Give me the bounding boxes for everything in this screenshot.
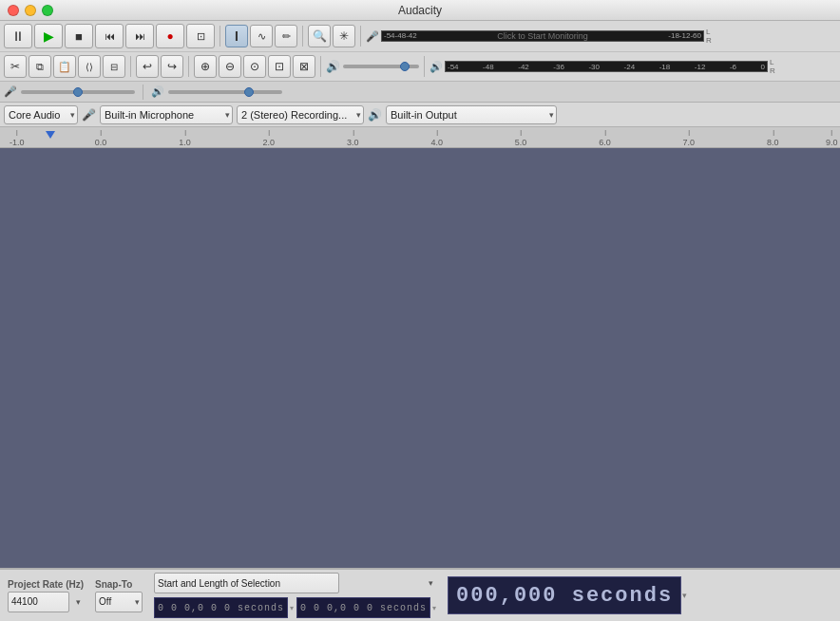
ruler-inner: -1.0 0.0 1.0 2.0 3.0 4.0 5.0 6.0 7.0 8.0… xyxy=(0,127,840,147)
lr-labels-output: L R xyxy=(770,58,775,75)
volume-icon: 🔊 xyxy=(326,60,340,73)
stop-button[interactable]: ■ xyxy=(65,24,93,48)
minimize-button[interactable] xyxy=(25,5,36,16)
big-time-wrapper: 000,000 seconds ▾ xyxy=(448,576,687,614)
time1-value: 0 0 0,0 0 0 seconds xyxy=(154,597,288,618)
track-area[interactable] xyxy=(0,148,840,568)
ruler-mark-3: 3.0 xyxy=(347,138,359,147)
output-select[interactable]: Built-in Output xyxy=(386,105,557,124)
output-volume-slider[interactable] xyxy=(343,65,419,68)
slider-row: 🎤 🔊 xyxy=(0,82,840,103)
ruler-mark-6: 6.0 xyxy=(599,138,611,147)
volume-pan-section: 🔊 xyxy=(326,60,419,73)
mic-volume-icon: 🎤 xyxy=(4,85,17,98)
audio-host-wrapper: Core Audio xyxy=(4,105,78,124)
ruler-mark-5: 5.0 xyxy=(515,138,527,147)
edit-meter-row: ✂ ⧉ 📋 ⟨⟩ ⊟ ↩ ↪ ⊕ ⊖ ⊙ ⊡ ⊠ 🔊 🔊 -54 xyxy=(0,52,840,81)
selection-type-select[interactable]: Start and Length of Selection xyxy=(154,573,339,593)
ruler-mark-0: 0.0 xyxy=(95,138,107,147)
project-rate-group: Project Rate (Hz) 44100 xyxy=(8,579,84,612)
paste-button[interactable]: 📋 xyxy=(53,55,76,78)
output-vol-thumb xyxy=(244,87,254,97)
play-button[interactable]: ▶ xyxy=(34,24,63,48)
input-volume-thumb xyxy=(73,87,83,97)
multi-tool-button[interactable]: ✳ xyxy=(333,25,355,47)
ruler-mark-9: 9.0 xyxy=(826,138,838,147)
app-title: Audacity xyxy=(398,4,442,17)
input-meter-row: 🎤 -54 -48 -42 Click to Start Monitoring … xyxy=(366,28,712,45)
draw-tool-button[interactable]: ✏ xyxy=(275,25,297,47)
output-vu-meter[interactable]: -54 -48 -42 -36 -30 -24 -18 -12 -6 0 xyxy=(445,61,768,72)
main-toolbar: ⏸ ▶ ■ ⏮ ⏭ ● ⊡ I ∿ ✏ 🔍 ✳ 🎤 -54 -48 -42 xyxy=(0,21,840,82)
close-button[interactable] xyxy=(8,5,19,16)
skip-fwd-button[interactable]: ⏭ xyxy=(125,24,154,48)
snap-to-select[interactable]: Off xyxy=(95,592,143,612)
zoom-out-button[interactable]: ⊖ xyxy=(219,55,241,78)
zoom-fit-button[interactable]: ⊡ xyxy=(268,55,291,78)
ruler-mark-7: 7.0 xyxy=(683,138,696,147)
snap-to-label: Snap-To xyxy=(95,579,143,590)
time2-display[interactable]: 0 0 0,0 0 0 seconds ▾ xyxy=(296,597,436,618)
slider-sep-1 xyxy=(143,85,143,100)
timeline-ruler[interactable]: -1.0 0.0 1.0 2.0 3.0 4.0 5.0 6.0 7.0 8.0… xyxy=(0,127,840,148)
ruler-mark-4: 4.0 xyxy=(430,138,443,147)
mic-select-wrapper: Built-in Microphone xyxy=(100,105,233,124)
project-rate-wrapper: 44100 xyxy=(8,592,84,612)
selection-group: Start and Length of Selection 0 0 0,0 0 … xyxy=(154,573,436,618)
audio-host-select[interactable]: Core Audio xyxy=(4,105,78,124)
output-select-wrapper: Built-in Output xyxy=(386,105,557,124)
spk-vol-icon: 🔊 xyxy=(151,85,164,98)
maximize-button[interactable] xyxy=(42,5,53,16)
big-time-value: 000,000 seconds xyxy=(456,584,673,608)
separator-3 xyxy=(360,26,361,47)
status-bar: Project Rate (Hz) 44100 Snap-To Off Star… xyxy=(0,568,840,621)
copy-button[interactable]: ⧉ xyxy=(29,55,51,78)
zoom-in-button[interactable]: ⊕ xyxy=(194,55,217,78)
separator-1 xyxy=(220,26,220,47)
zoom-custom-button[interactable]: ⊠ xyxy=(293,55,315,78)
mic-device-icon: 🎤 xyxy=(82,108,96,122)
undo-button[interactable]: ↩ xyxy=(136,55,159,78)
channels-select-wrapper: 2 (Stereo) Recording... xyxy=(237,105,364,124)
selection-type-wrapper: Start and Length of Selection xyxy=(154,573,436,593)
record-button[interactable]: ● xyxy=(156,24,184,48)
input-meter-section: 🎤 -54 -48 -42 Click to Start Monitoring … xyxy=(366,28,712,45)
separator-6 xyxy=(320,56,321,77)
silence-button[interactable]: ⊟ xyxy=(103,55,125,78)
trim-button[interactable]: ⟨⟩ xyxy=(78,55,101,78)
separator-5 xyxy=(188,56,189,77)
envelope-tool-button[interactable]: ∿ xyxy=(250,25,273,47)
output-meter-labels: -54 -48 -42 -36 -30 -24 -18 -12 -6 0 xyxy=(448,63,765,71)
skip-back-button[interactable]: ⏮ xyxy=(95,24,124,48)
ruler-mark-1: 1.0 xyxy=(179,138,191,147)
project-rate-label: Project Rate (Hz) xyxy=(8,579,84,590)
input-vu-meter[interactable]: -54 -48 -42 Click to Start Monitoring -1… xyxy=(381,30,704,42)
input-meter-labels: -54 -48 -42 Click to Start Monitoring -1… xyxy=(384,31,701,41)
mic-icon: 🎤 xyxy=(366,30,379,43)
project-rate-select[interactable]: 44100 xyxy=(8,592,69,612)
select-tool-button[interactable]: I xyxy=(225,25,248,47)
volume-thumb xyxy=(400,62,410,71)
time-fields: 0 0 0,0 0 0 seconds ▾ 0 0 0,0 0 0 second… xyxy=(154,597,436,618)
input-volume-slider[interactable] xyxy=(21,90,135,94)
redo-button[interactable]: ↪ xyxy=(161,55,183,78)
loop-button[interactable]: ⊡ xyxy=(186,24,215,48)
time1-arrow: ▾ xyxy=(290,604,294,612)
lr-labels-input: L R xyxy=(706,28,712,45)
separator-2 xyxy=(302,26,303,47)
transport-tools-row: ⏸ ▶ ■ ⏮ ⏭ ● ⊡ I ∿ ✏ 🔍 ✳ 🎤 -54 -48 -42 xyxy=(0,21,840,52)
channels-select[interactable]: 2 (Stereo) Recording... xyxy=(237,105,364,124)
time2-arrow: ▾ xyxy=(432,604,436,612)
zoom-selection-button[interactable]: ⊙ xyxy=(243,55,266,78)
time2-value: 0 0 0,0 0 0 seconds xyxy=(296,597,430,618)
snap-to-wrapper: Off xyxy=(95,592,143,612)
mic-select[interactable]: Built-in Microphone xyxy=(100,105,233,124)
title-bar: Audacity xyxy=(0,0,840,21)
pause-button[interactable]: ⏸ xyxy=(4,24,32,48)
zoom-tool-button[interactable]: 🔍 xyxy=(308,25,331,47)
time1-display[interactable]: 0 0 0,0 0 0 seconds ▾ xyxy=(154,597,294,618)
output-vol-slider[interactable] xyxy=(168,90,282,94)
speaker-icon: 🔊 xyxy=(430,61,443,73)
ruler-mark-2: 2.0 xyxy=(263,138,276,147)
cut-button[interactable]: ✂ xyxy=(4,55,27,78)
